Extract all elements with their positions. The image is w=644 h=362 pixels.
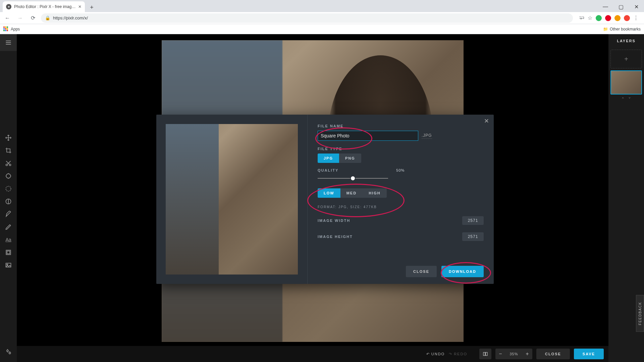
layers-title: LAYERS: [608, 34, 644, 48]
extension-icons: ⮒ ☆ ⋮: [579, 15, 639, 21]
layer-thumbnail[interactable]: [610, 70, 642, 95]
close-window-button[interactable]: ✕: [629, 1, 644, 12]
apps-grid-icon[interactable]: [3, 26, 9, 32]
svg-point-8: [7, 264, 8, 265]
svg-point-0: [6, 164, 8, 166]
file-type-png[interactable]: PNG: [339, 154, 361, 163]
maximize-button[interactable]: ▢: [613, 1, 629, 12]
minimize-button[interactable]: —: [598, 1, 613, 12]
undo-icon: ↶: [426, 352, 430, 356]
folder-icon: 📁: [603, 27, 608, 32]
settings-button[interactable]: [0, 345, 17, 358]
file-type-segmented: JPG PNG: [318, 154, 484, 163]
add-layer-button[interactable]: +: [610, 50, 642, 68]
address-bar[interactable]: 🔒 https://pixlr.com/x/: [41, 13, 573, 23]
tab-favicon: ✦: [6, 4, 11, 9]
adjust-tool[interactable]: [0, 170, 17, 182]
forward-button[interactable]: →: [15, 13, 25, 23]
browser-titlebar: ✦ Photo Editor : Pixlr X - free imag… ✕ …: [0, 0, 644, 12]
profile-avatar[interactable]: [614, 15, 621, 21]
save-preview: [156, 115, 307, 284]
quality-label: QUALITY: [318, 168, 338, 172]
file-name-label: FILE NAME: [318, 124, 484, 128]
slider-knob[interactable]: [350, 176, 356, 181]
url-text: https://pixlr.com/x/: [53, 15, 88, 20]
redo-button[interactable]: ↷REDO: [449, 352, 467, 356]
save-form: ✕ FILE NAME .JPG FILE TYPE JPG PNG QUALI…: [307, 115, 494, 284]
app-viewport: Aa LAYERS + ˄ ˅ ↶UNDO ↷REDO − 35% + CLOS…: [0, 34, 644, 362]
menu-button[interactable]: [0, 34, 17, 51]
translate-icon[interactable]: ⮒: [579, 15, 584, 21]
layer-up-icon[interactable]: ˄: [622, 97, 624, 103]
effect-tool[interactable]: [0, 182, 17, 195]
apps-label[interactable]: Apps: [11, 27, 20, 32]
format-info: FORMAT: JPG, SIZE: 477KB: [318, 205, 484, 209]
zoom-out-button[interactable]: −: [495, 351, 505, 357]
close-button[interactable]: CLOSE: [536, 349, 570, 359]
height-value[interactable]: 2571: [462, 232, 484, 241]
quality-slider[interactable]: [318, 174, 388, 182]
download-button[interactable]: DOWNLOAD: [441, 266, 484, 277]
quality-segmented: LOW MED HIGH: [318, 188, 484, 198]
zoom-in-button[interactable]: +: [522, 351, 532, 357]
save-dialog: ✕ FILE NAME .JPG FILE TYPE JPG PNG QUALI…: [156, 115, 494, 284]
adblock-ext-icon[interactable]: [624, 15, 630, 21]
undo-button[interactable]: ↶UNDO: [426, 352, 445, 356]
browser-tab[interactable]: ✦ Photo Editor : Pixlr X - free imag… ✕: [3, 1, 85, 12]
text-tool[interactable]: Aa: [0, 233, 17, 246]
brush-tool[interactable]: [0, 208, 17, 221]
svg-point-2: [6, 174, 10, 178]
window-controls: — ▢ ✕: [598, 1, 644, 12]
width-label: IMAGE WIDTH: [318, 219, 350, 223]
move-tool[interactable]: [0, 131, 17, 144]
bookmark-star-icon[interactable]: ☆: [588, 15, 592, 21]
contrast-tool[interactable]: [0, 195, 17, 208]
close-icon[interactable]: ✕: [78, 4, 82, 9]
layer-down-icon[interactable]: ˅: [628, 97, 631, 103]
bottom-bar: ↶UNDO ↷REDO − 35% + CLOSE SAVE: [17, 346, 608, 362]
crop-tool[interactable]: [0, 144, 17, 157]
width-value[interactable]: 2571: [462, 216, 484, 225]
compare-button[interactable]: [479, 349, 491, 359]
preview-thumbnail: [166, 124, 298, 275]
quality-value: 50%: [396, 168, 405, 172]
pinterest-ext-icon[interactable]: [605, 15, 611, 21]
image-722f[interactable]: [0, 259, 17, 272]
save-button[interactable]: SAVE: [574, 349, 604, 359]
layer-nav: ˄ ˅: [608, 97, 644, 103]
file-type-jpg[interactable]: JPG: [318, 154, 339, 163]
dialog-close-action[interactable]: CLOSE: [406, 266, 437, 277]
chrome-menu-icon[interactable]: ⋮: [633, 15, 639, 21]
bookmarks-bar: Apps 📁 Other bookmarks: [0, 24, 644, 34]
draw-tool[interactable]: [0, 221, 17, 233]
other-bookmarks[interactable]: Other bookmarks: [610, 27, 641, 32]
svg-point-3: [6, 186, 11, 191]
quality-low[interactable]: LOW: [318, 188, 340, 198]
zoom-control: − 35% +: [495, 349, 532, 359]
cut-tool[interactable]: [0, 157, 17, 170]
browser-toolbar: ← → ⟳ 🔒 https://pixlr.com/x/ ⮒ ☆ ⋮: [0, 12, 644, 24]
file-type-label: FILE TYPE: [318, 147, 484, 151]
svg-point-1: [9, 164, 11, 166]
svg-point-9: [7, 350, 8, 352]
redo-icon: ↷: [449, 352, 452, 356]
height-label: IMAGE HEIGHT: [318, 235, 353, 239]
dialog-close-button[interactable]: ✕: [484, 117, 489, 125]
file-ext-label[interactable]: .JPG: [422, 133, 432, 139]
left-toolbar: Aa: [0, 34, 17, 362]
svg-point-10: [9, 352, 11, 354]
quality-med[interactable]: MED: [340, 188, 363, 198]
lock-icon: 🔒: [45, 15, 50, 20]
evernote-ext-icon[interactable]: [596, 15, 602, 21]
file-name-input[interactable]: [318, 131, 418, 141]
svg-rect-6: [7, 251, 10, 254]
quality-high[interactable]: HIGH: [363, 188, 387, 198]
reload-button[interactable]: ⟳: [28, 13, 38, 23]
new-tab-button[interactable]: +: [87, 3, 96, 12]
back-button[interactable]: ←: [3, 13, 12, 23]
zoom-value: 35%: [505, 352, 522, 356]
svg-rect-12: [486, 352, 487, 355]
frame-tool[interactable]: [0, 246, 17, 259]
svg-rect-11: [483, 352, 485, 355]
feedback-tab[interactable]: FEEDBACK: [636, 295, 644, 332]
